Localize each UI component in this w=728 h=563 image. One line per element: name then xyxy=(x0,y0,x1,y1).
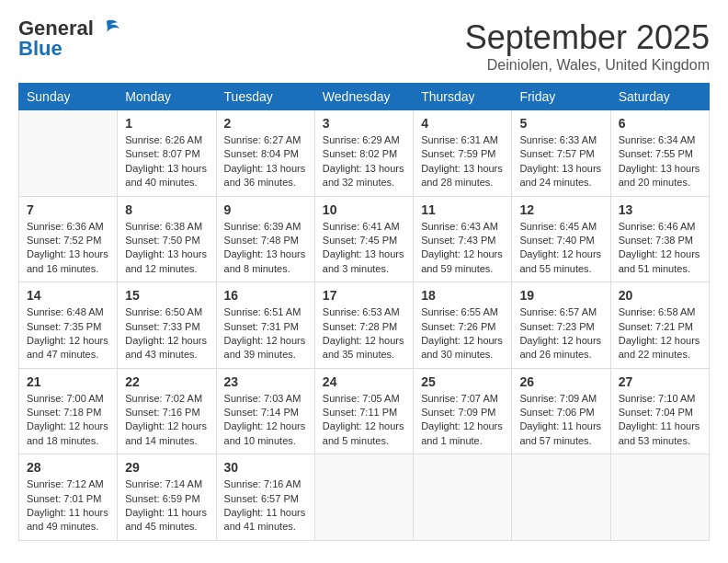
location: Deiniolen, Wales, United Kingdom xyxy=(465,57,710,74)
calendar-cell: 7Sunrise: 6:36 AMSunset: 7:52 PMDaylight… xyxy=(19,196,118,282)
month-title: September 2025 xyxy=(465,18,710,57)
calendar-cell: 4Sunrise: 6:31 AMSunset: 7:59 PMDaylight… xyxy=(414,110,512,197)
calendar-cell: 3Sunrise: 6:29 AMSunset: 8:02 PMDaylight… xyxy=(314,110,413,197)
calendar-cell: 27Sunrise: 7:10 AMSunset: 7:04 PMDayligh… xyxy=(610,368,709,454)
calendar-cell: 15Sunrise: 6:50 AMSunset: 7:33 PMDayligh… xyxy=(118,282,216,369)
calendar-cell: 20Sunrise: 6:58 AMSunset: 7:21 PMDayligh… xyxy=(610,282,709,369)
day-number: 11 xyxy=(421,202,504,217)
column-header-friday: Friday xyxy=(512,84,610,110)
calendar-cell: 2Sunrise: 6:27 AMSunset: 8:04 PMDaylight… xyxy=(216,110,314,197)
day-number: 8 xyxy=(125,202,208,217)
day-info: Sunrise: 7:10 AMSunset: 7:04 PMDaylight:… xyxy=(619,392,701,449)
day-info: Sunrise: 6:41 AMSunset: 7:45 PMDaylight:… xyxy=(323,220,405,277)
week-row-5: 28Sunrise: 7:12 AMSunset: 7:01 PMDayligh… xyxy=(19,454,710,541)
day-info: Sunrise: 6:26 AMSunset: 8:07 PMDaylight:… xyxy=(125,133,208,190)
day-number: 26 xyxy=(519,374,602,389)
calendar-cell xyxy=(512,454,610,541)
day-number: 7 xyxy=(27,202,109,217)
day-number: 22 xyxy=(125,374,208,389)
day-info: Sunrise: 7:07 AMSunset: 7:09 PMDaylight:… xyxy=(421,392,504,449)
day-info: Sunrise: 6:43 AMSunset: 7:43 PMDaylight:… xyxy=(421,220,504,277)
column-header-wednesday: Wednesday xyxy=(314,84,413,110)
day-number: 1 xyxy=(125,116,208,131)
calendar-header-row: SundayMondayTuesdayWednesdayThursdayFrid… xyxy=(19,84,710,110)
day-info: Sunrise: 6:50 AMSunset: 7:33 PMDaylight:… xyxy=(125,305,208,362)
day-info: Sunrise: 7:14 AMSunset: 6:59 PMDaylight:… xyxy=(125,477,208,534)
calendar-cell: 23Sunrise: 7:03 AMSunset: 7:14 PMDayligh… xyxy=(216,368,314,454)
day-info: Sunrise: 7:16 AMSunset: 6:57 PMDaylight:… xyxy=(224,477,307,534)
page-header: General Blue September 2025 Deiniolen, W… xyxy=(18,18,710,74)
day-info: Sunrise: 7:09 AMSunset: 7:06 PMDaylight:… xyxy=(519,392,602,449)
week-row-3: 14Sunrise: 6:48 AMSunset: 7:35 PMDayligh… xyxy=(19,282,710,369)
day-info: Sunrise: 6:55 AMSunset: 7:26 PMDaylight:… xyxy=(421,305,504,362)
day-number: 30 xyxy=(224,460,307,475)
day-info: Sunrise: 6:27 AMSunset: 8:04 PMDaylight:… xyxy=(224,133,307,190)
calendar-cell: 17Sunrise: 6:53 AMSunset: 7:28 PMDayligh… xyxy=(314,282,413,369)
day-number: 5 xyxy=(519,116,602,131)
title-area: September 2025 Deiniolen, Wales, United … xyxy=(465,18,710,74)
day-info: Sunrise: 6:38 AMSunset: 7:50 PMDaylight:… xyxy=(125,220,208,277)
day-info: Sunrise: 6:31 AMSunset: 7:59 PMDaylight:… xyxy=(421,133,504,190)
day-info: Sunrise: 7:12 AMSunset: 7:01 PMDaylight:… xyxy=(27,477,109,534)
day-number: 21 xyxy=(27,374,109,389)
calendar-cell: 11Sunrise: 6:43 AMSunset: 7:43 PMDayligh… xyxy=(414,196,512,282)
day-number: 13 xyxy=(619,202,701,217)
calendar-cell xyxy=(314,454,413,541)
day-info: Sunrise: 6:58 AMSunset: 7:21 PMDaylight:… xyxy=(619,305,701,362)
day-number: 9 xyxy=(224,202,307,217)
calendar-cell: 10Sunrise: 6:41 AMSunset: 7:45 PMDayligh… xyxy=(314,196,413,282)
column-header-sunday: Sunday xyxy=(19,84,118,110)
column-header-saturday: Saturday xyxy=(610,84,709,110)
day-number: 28 xyxy=(27,460,109,475)
day-number: 6 xyxy=(619,116,701,131)
day-number: 15 xyxy=(125,288,208,303)
day-info: Sunrise: 7:02 AMSunset: 7:16 PMDaylight:… xyxy=(125,392,208,449)
week-row-4: 21Sunrise: 7:00 AMSunset: 7:18 PMDayligh… xyxy=(19,368,710,454)
day-info: Sunrise: 6:57 AMSunset: 7:23 PMDaylight:… xyxy=(519,305,602,362)
column-header-thursday: Thursday xyxy=(414,84,512,110)
day-info: Sunrise: 7:03 AMSunset: 7:14 PMDaylight:… xyxy=(224,392,307,449)
calendar-cell: 18Sunrise: 6:55 AMSunset: 7:26 PMDayligh… xyxy=(414,282,512,369)
calendar-cell: 13Sunrise: 6:46 AMSunset: 7:38 PMDayligh… xyxy=(610,196,709,282)
day-number: 16 xyxy=(224,288,307,303)
calendar-cell: 9Sunrise: 6:39 AMSunset: 7:48 PMDaylight… xyxy=(216,196,314,282)
day-info: Sunrise: 7:05 AMSunset: 7:11 PMDaylight:… xyxy=(323,392,405,449)
day-info: Sunrise: 6:51 AMSunset: 7:31 PMDaylight:… xyxy=(224,305,307,362)
day-number: 23 xyxy=(224,374,307,389)
logo-blue-text: Blue xyxy=(18,39,63,59)
day-number: 18 xyxy=(421,288,504,303)
column-header-monday: Monday xyxy=(118,84,216,110)
calendar-cell: 8Sunrise: 6:38 AMSunset: 7:50 PMDaylight… xyxy=(118,196,216,282)
day-info: Sunrise: 7:00 AMSunset: 7:18 PMDaylight:… xyxy=(27,392,109,449)
calendar-cell: 12Sunrise: 6:45 AMSunset: 7:40 PMDayligh… xyxy=(512,196,610,282)
day-number: 27 xyxy=(619,374,701,389)
day-number: 12 xyxy=(519,202,602,217)
calendar-cell: 14Sunrise: 6:48 AMSunset: 7:35 PMDayligh… xyxy=(19,282,118,369)
day-number: 17 xyxy=(323,288,405,303)
calendar-cell: 29Sunrise: 7:14 AMSunset: 6:59 PMDayligh… xyxy=(118,454,216,541)
day-number: 2 xyxy=(224,116,307,131)
day-info: Sunrise: 6:36 AMSunset: 7:52 PMDaylight:… xyxy=(27,220,109,277)
calendar-table: SundayMondayTuesdayWednesdayThursdayFrid… xyxy=(18,83,710,541)
column-header-tuesday: Tuesday xyxy=(216,84,314,110)
day-number: 29 xyxy=(125,460,208,475)
calendar-cell: 26Sunrise: 7:09 AMSunset: 7:06 PMDayligh… xyxy=(512,368,610,454)
calendar-cell: 16Sunrise: 6:51 AMSunset: 7:31 PMDayligh… xyxy=(216,282,314,369)
calendar-cell: 5Sunrise: 6:33 AMSunset: 7:57 PMDaylight… xyxy=(512,110,610,197)
calendar-cell: 24Sunrise: 7:05 AMSunset: 7:11 PMDayligh… xyxy=(314,368,413,454)
logo-bird-icon xyxy=(94,19,119,38)
calendar-cell: 19Sunrise: 6:57 AMSunset: 7:23 PMDayligh… xyxy=(512,282,610,369)
day-info: Sunrise: 6:39 AMSunset: 7:48 PMDaylight:… xyxy=(224,220,307,277)
day-info: Sunrise: 6:45 AMSunset: 7:40 PMDaylight:… xyxy=(519,220,602,277)
day-number: 10 xyxy=(323,202,405,217)
day-info: Sunrise: 6:53 AMSunset: 7:28 PMDaylight:… xyxy=(323,305,405,362)
calendar-cell xyxy=(414,454,512,541)
day-number: 3 xyxy=(323,116,405,131)
day-number: 19 xyxy=(519,288,602,303)
day-info: Sunrise: 6:46 AMSunset: 7:38 PMDaylight:… xyxy=(619,220,701,277)
calendar-cell: 22Sunrise: 7:02 AMSunset: 7:16 PMDayligh… xyxy=(118,368,216,454)
calendar-cell: 1Sunrise: 6:26 AMSunset: 8:07 PMDaylight… xyxy=(118,110,216,197)
logo-text: General xyxy=(18,18,94,39)
day-number: 24 xyxy=(323,374,405,389)
calendar-cell: 30Sunrise: 7:16 AMSunset: 6:57 PMDayligh… xyxy=(216,454,314,541)
